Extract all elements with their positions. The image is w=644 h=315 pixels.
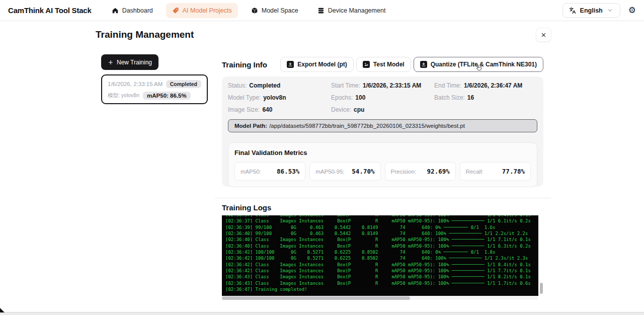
translate-icon xyxy=(569,7,576,14)
main-nav: Dashboard AI Model Projects Model Space … xyxy=(106,3,392,18)
nav-dashboard[interactable]: Dashboard xyxy=(106,3,159,18)
top-navbar: CamThink AI Tool Stack Dashboard AI Mode… xyxy=(0,0,644,21)
metric-card-recall: Recall: 77.78% xyxy=(460,162,531,181)
field-batch-size: Batch Size:16 xyxy=(434,94,537,101)
training-info-header: Training Info Export Model (pt) Test Mod… xyxy=(222,57,543,72)
log-line: [02:36:42] Class Images Instances Box(P … xyxy=(225,268,538,274)
run-status-badge: Completed xyxy=(166,80,201,88)
log-line: [02:36:43] Class Images Instances Box(P … xyxy=(225,280,538,286)
section-divider xyxy=(215,198,551,198)
settings-gear-icon[interactable]: ⚙ xyxy=(628,6,636,15)
horizontal-scrollbar[interactable] xyxy=(222,296,538,300)
plus-icon xyxy=(108,59,114,65)
metric-card-precision: Precision: 92.69% xyxy=(385,162,456,181)
test-model-button[interactable]: Test Model xyxy=(356,57,411,72)
home-icon xyxy=(112,7,119,14)
metric-card-map50: mAP50: 86.53% xyxy=(234,162,305,181)
quantize-button[interactable]: Quantize (TFLite & CamThink NE301) xyxy=(414,57,543,72)
quantize-label: Quantize (TFLite & CamThink NE301) xyxy=(431,61,537,68)
run-model-label: 模型: yolov8n xyxy=(108,92,139,99)
close-button[interactable] xyxy=(536,28,551,42)
log-line: [02:36:40] Class Images Instances Box(P … xyxy=(225,243,538,249)
log-line: [02:36:47] Training completed! xyxy=(225,286,538,292)
page-title: Training Management xyxy=(96,29,194,40)
metrics-title: Final Validation Metrics xyxy=(234,149,531,156)
image-icon xyxy=(363,61,370,68)
final-validation-metrics-panel: Final Validation Metrics mAP50: 86.53% m… xyxy=(228,142,537,187)
nav-dashboard-label: Dashboard xyxy=(122,7,153,14)
nav-model-space[interactable]: Model Space xyxy=(245,3,304,18)
new-training-button[interactable]: New Training xyxy=(101,54,158,70)
app-window: CamThink AI Tool Stack Dashboard AI Mode… xyxy=(0,0,644,315)
field-image-size: Image Size:640 xyxy=(228,106,331,113)
field-end-time: End Time:1/6/2026, 2:36:47 AM xyxy=(434,82,537,89)
tag-icon xyxy=(172,7,179,14)
nav-model-space-label: Model Space xyxy=(262,7,298,14)
chevron-down-icon xyxy=(607,7,614,14)
language-label: English xyxy=(580,7,603,14)
package-icon xyxy=(251,7,258,14)
close-icon xyxy=(541,32,546,38)
field-start-time: Start Time:1/6/2026, 2:33:15 AM xyxy=(331,82,434,89)
nav-ai-model-projects[interactable]: AI Model Projects xyxy=(166,3,238,18)
corner-artifact xyxy=(0,308,5,312)
run-map-badge: mAP50: 86.5% xyxy=(143,92,191,100)
run-timestamp: 1/6/2026, 2:33:15 AM xyxy=(108,81,163,87)
test-model-label: Test Model xyxy=(373,61,405,68)
training-logs-title: Training Logs xyxy=(222,203,271,212)
vertical-scrollbar[interactable] xyxy=(540,216,543,295)
log-line: [02:36:40] 99/100 0G 0.463 0.5442 0.8149… xyxy=(225,230,538,237)
training-fields-grid: Status:Completed Start Time:1/6/2026, 2:… xyxy=(228,82,537,113)
layers-icon xyxy=(317,7,325,14)
download-icon xyxy=(420,61,427,68)
bottom-edge-bar xyxy=(0,312,644,315)
nav-device-management-label: Device Management xyxy=(328,7,386,14)
training-info-title: Training Info xyxy=(222,60,267,69)
horizontal-scrollbar-thumb[interactable] xyxy=(222,296,410,300)
model-path-label: Model Path: xyxy=(234,123,267,129)
new-training-label: New Training xyxy=(117,59,152,66)
field-epochs: Epochs:100 xyxy=(331,94,434,101)
log-line: [02:36:43] Class Images Instances Box(P … xyxy=(225,274,538,280)
vertical-scrollbar-thumb[interactable] xyxy=(540,283,543,294)
training-logs-terminal[interactable]: [02:36:37] Class Images Instances Box(P … xyxy=(222,215,538,296)
metric-card-map50-95: mAP50-95: 54.70% xyxy=(309,162,380,181)
nav-ai-model-projects-label: AI Model Projects xyxy=(183,7,232,14)
export-model-label: Export Model (pt) xyxy=(297,61,347,68)
log-line: [02:36:37] Class Images Instances Box(P … xyxy=(225,218,538,224)
nav-device-management[interactable]: Device Management xyxy=(311,3,392,18)
log-line: [02:36:42] 100/100 0G 0.5271 0.6225 0.85… xyxy=(225,255,538,261)
language-selector[interactable]: English xyxy=(562,3,620,18)
model-path-value: /app/datasets/598772bb/train_598772bb_20… xyxy=(269,123,465,129)
model-path-box: Model Path:/app/datasets/598772bb/train_… xyxy=(228,119,537,132)
field-model-type: Model Type:yolov8n xyxy=(228,94,331,101)
training-info-panel: Status:Completed Start Time:1/6/2026, 2:… xyxy=(222,76,543,187)
download-icon xyxy=(287,61,294,68)
log-line: [02:36:42] 100/100 0G 0.5271 0.6225 0.85… xyxy=(225,249,538,255)
brand-title: CamThink AI Tool Stack xyxy=(8,6,92,15)
field-status: Status:Completed xyxy=(228,82,331,89)
field-device: Device:cpu xyxy=(331,106,434,113)
training-run-card[interactable]: 1/6/2026, 2:33:15 AM Completed 模型: yolov… xyxy=(101,74,208,104)
header-actions: English ⚙ xyxy=(562,3,636,18)
log-line: [02:36:40] Class Images Instances Box(P … xyxy=(225,237,538,243)
export-model-button[interactable]: Export Model (pt) xyxy=(280,57,354,72)
log-line: [02:36:39] 99/100 0G 0.463 0.5442 0.8149… xyxy=(225,224,538,230)
log-line: [02:36:42] Class Images Instances Box(P … xyxy=(225,262,538,268)
